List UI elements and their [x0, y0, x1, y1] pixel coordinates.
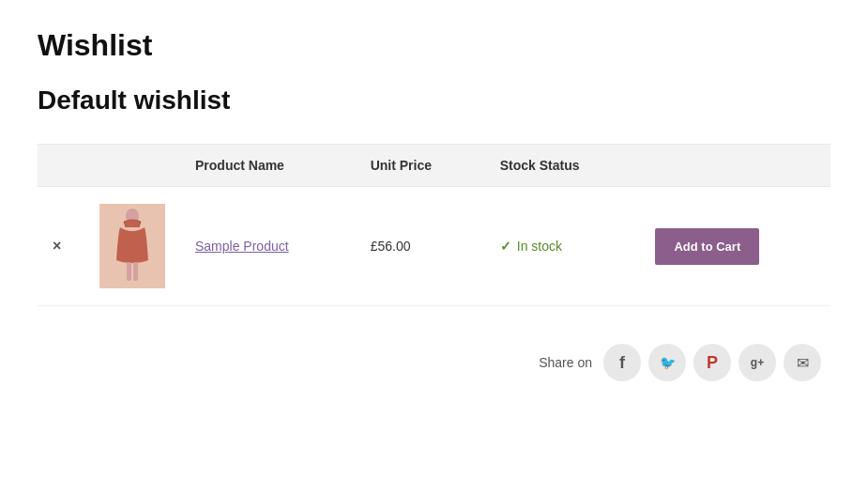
pinterest-share-button[interactable]: P — [693, 344, 731, 381]
col-remove-header — [38, 145, 84, 187]
product-image-svg — [109, 209, 156, 284]
remove-cell: × — [38, 187, 84, 306]
table-header-row: Product Name Unit Price Stock Status — [38, 145, 830, 187]
price-cell: £56.00 — [356, 187, 485, 306]
col-actions-header — [640, 145, 830, 187]
price-value: £56.00 — [371, 239, 411, 254]
check-icon: ✓ — [500, 239, 511, 254]
email-icon: ✉ — [797, 354, 809, 372]
facebook-share-button[interactable]: f — [603, 344, 641, 381]
stock-cell: ✓ In stock — [485, 187, 641, 306]
twitter-icon: 🐦 — [660, 355, 676, 370]
share-section: Share on f 🐦 P g+ ✉ — [38, 344, 830, 381]
svg-rect-1 — [127, 262, 131, 281]
pinterest-icon: P — [707, 353, 718, 373]
facebook-icon: f — [619, 353, 625, 373]
stock-status: ✓ In stock — [500, 239, 626, 254]
col-product-name-header: Product Name — [180, 145, 356, 187]
page-title: Wishlist — [38, 28, 830, 63]
wishlist-table: Product Name Unit Price Stock Status × — [38, 144, 830, 306]
product-link[interactable]: Sample Product — [195, 239, 289, 254]
add-to-cart-button[interactable]: Add to Cart — [655, 228, 759, 265]
stock-text: In stock — [517, 239, 562, 254]
share-label: Share on — [539, 355, 592, 370]
googleplus-icon: g+ — [751, 356, 764, 369]
wishlist-name: Default wishlist — [38, 85, 830, 116]
product-image — [99, 204, 165, 288]
twitter-share-button[interactable]: 🐦 — [648, 344, 686, 381]
actions-cell: Add to Cart — [640, 187, 830, 306]
svg-rect-2 — [133, 262, 138, 281]
col-unit-price-header: Unit Price — [356, 145, 485, 187]
image-cell — [84, 187, 180, 306]
email-share-button[interactable]: ✉ — [784, 344, 821, 381]
product-name-cell: Sample Product — [180, 187, 356, 306]
col-image-header — [84, 145, 180, 187]
table-row: × Sampl — [38, 187, 830, 306]
col-stock-status-header: Stock Status — [485, 145, 641, 187]
social-icons: f 🐦 P g+ ✉ — [603, 344, 821, 381]
googleplus-share-button[interactable]: g+ — [739, 344, 776, 381]
remove-button[interactable]: × — [53, 238, 61, 255]
